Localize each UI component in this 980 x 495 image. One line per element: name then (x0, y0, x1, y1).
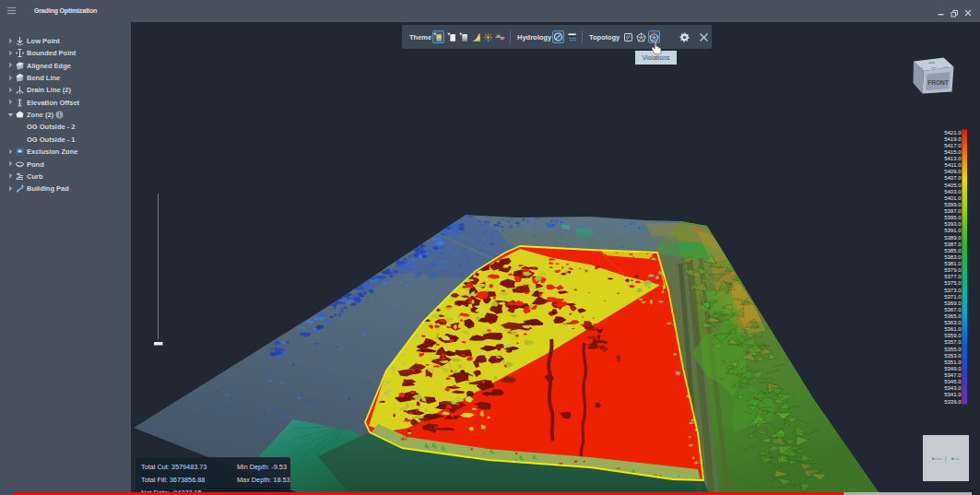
svg-text:5367.0: 5367.0 (944, 307, 962, 312)
svg-text:5409.0: 5409.0 (944, 169, 962, 174)
svg-text:5361.0: 5361.0 (944, 326, 962, 332)
svg-text:5385.0: 5385.0 (944, 248, 962, 253)
svg-text:5375.0: 5375.0 (944, 280, 962, 286)
svg-text:5395.0: 5395.0 (944, 215, 962, 220)
svg-text:5343.0: 5343.0 (944, 385, 962, 391)
svg-text:5349.0: 5349.0 (944, 366, 962, 371)
svg-text:5365.0: 5365.0 (944, 313, 962, 319)
svg-text:5413.0: 5413.0 (944, 156, 962, 161)
svg-text:5381.0: 5381.0 (944, 261, 962, 266)
svg-text:5371.0: 5371.0 (944, 294, 962, 300)
svg-text:5401.0: 5401.0 (944, 195, 962, 201)
svg-text:5391.0: 5391.0 (944, 228, 962, 233)
svg-text:5407.0: 5407.0 (944, 175, 962, 181)
svg-text:5421.0: 5421.0 (944, 130, 962, 136)
svg-text:5389.0: 5389.0 (944, 235, 962, 241)
svg-text:5357.0: 5357.0 (944, 339, 962, 345)
svg-text:Max Depth: 18.53: Max Depth: 18.53 (237, 476, 290, 484)
svg-text:5417.0: 5417.0 (944, 143, 962, 148)
svg-text:5341.0: 5341.0 (944, 392, 962, 397)
svg-text:5347.0: 5347.0 (944, 372, 962, 378)
svg-text:5355.0: 5355.0 (944, 347, 962, 352)
svg-text:5369.0: 5369.0 (944, 301, 962, 306)
svg-text:5393.0: 5393.0 (944, 221, 962, 227)
svg-text:5339.0: 5339.0 (944, 399, 962, 405)
svg-text:5397.0: 5397.0 (944, 208, 962, 214)
svg-text:5351.0: 5351.0 (944, 359, 962, 365)
svg-text:Total Fill: 3673856.88: Total Fill: 3673856.88 (141, 476, 205, 484)
svg-text:5363.0: 5363.0 (944, 320, 962, 325)
svg-text:5353.0: 5353.0 (944, 353, 962, 359)
svg-text:5373.0: 5373.0 (944, 288, 962, 293)
svg-text:5359.0: 5359.0 (944, 333, 962, 338)
svg-text:5405.0: 5405.0 (944, 183, 962, 188)
svg-text:5403.0: 5403.0 (944, 189, 962, 194)
svg-text:5379.0: 5379.0 (944, 267, 962, 273)
svg-text:5345.0: 5345.0 (944, 379, 962, 384)
svg-text:5411.0: 5411.0 (945, 162, 962, 168)
svg-text:5383.0: 5383.0 (944, 254, 962, 260)
svg-text:5377.0: 5377.0 (944, 274, 962, 279)
svg-text:5419.0: 5419.0 (944, 136, 962, 142)
svg-text:Total Cut: 3579483.73: Total Cut: 3579483.73 (141, 463, 207, 471)
svg-text:5399.0: 5399.0 (944, 202, 962, 207)
svg-text:5415.0: 5415.0 (944, 149, 962, 155)
svg-text:Min Depth: -9.53: Min Depth: -9.53 (237, 463, 287, 471)
svg-text:FRONT: FRONT (927, 79, 949, 86)
svg-text:5387.0: 5387.0 (944, 242, 962, 247)
